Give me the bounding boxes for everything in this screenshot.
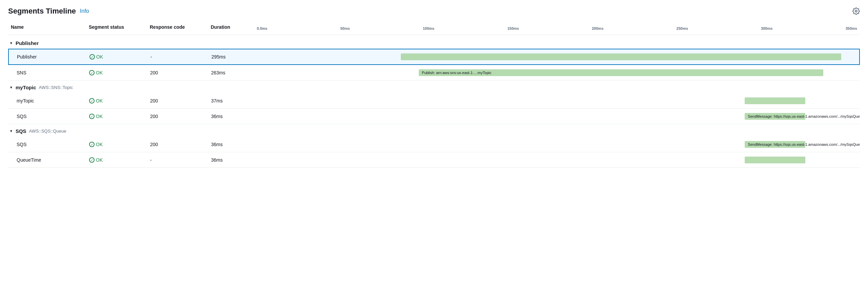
row-name: SQS — [8, 139, 86, 150]
timeline-bar — [745, 113, 805, 120]
timeline-scale: 0.0ms 50ms 100ms 150ms 200ms 250ms 300ms… — [255, 22, 860, 32]
ok-circle-icon: ✓ — [89, 157, 95, 163]
ok-circle-icon: ✓ — [89, 70, 95, 75]
ok-circle-icon: ✓ — [89, 54, 95, 60]
row-response-code: 200 — [147, 67, 208, 78]
table-row[interactable]: myTopic ✓ OK 20037ms — [8, 93, 860, 109]
timeline-bar-cell — [256, 93, 860, 108]
scale-mark-5: 250ms — [677, 26, 688, 30]
row-status: ✓ OK — [86, 155, 147, 165]
scale-mark-0: 0.0ms — [257, 26, 267, 30]
timeline-bar-cell — [256, 153, 860, 167]
chevron-icon: ▼ — [9, 129, 13, 133]
ok-circle-icon: ✓ — [89, 98, 95, 104]
status-label: OK — [96, 98, 103, 104]
col-name: Name — [8, 22, 86, 32]
status-label: OK — [96, 142, 103, 147]
status-label: OK — [96, 157, 103, 163]
timeline-header: Name Segment status Response code Durati… — [8, 22, 860, 35]
page-title: Segments Timeline — [8, 7, 76, 16]
row-name: SQS — [8, 111, 86, 122]
table-row[interactable]: SNS ✓ OK 200263msPublish: arn:aws:sns:us… — [8, 65, 860, 80]
chevron-icon: ▼ — [9, 41, 13, 45]
row-duration: 263ms — [208, 67, 256, 78]
row-response-code: 200 — [147, 95, 208, 106]
timeline-bar — [419, 69, 823, 76]
scale-mark-6: 300ms — [761, 26, 772, 30]
timeline-bar — [745, 157, 805, 163]
scale-mark-1: 50ms — [340, 26, 350, 30]
timeline-container: Name Segment status Response code Durati… — [8, 22, 860, 168]
section-name: SQS — [16, 128, 26, 134]
row-name: SNS — [8, 67, 86, 78]
row-duration: 36ms — [208, 155, 256, 165]
timeline-bar-cell: Publish: arn:aws:sns:us-east-1:...:myTop… — [256, 65, 860, 80]
table-row[interactable]: Publisher ✓ OK -295ms — [8, 49, 860, 65]
row-response-code: 200 — [147, 139, 208, 150]
section-type: AWS::SNS::Topic — [39, 85, 73, 90]
scale-marks: 0.0ms 50ms 100ms 150ms 200ms 250ms 300ms… — [257, 26, 857, 30]
chevron-icon: ▼ — [9, 86, 13, 89]
row-duration: 37ms — [208, 95, 256, 106]
timeline-bar-cell — [256, 49, 859, 64]
svg-point-0 — [855, 10, 857, 12]
ok-circle-icon: ✓ — [89, 114, 95, 119]
timeline-bar — [401, 53, 841, 60]
row-status: ✓ OK — [86, 111, 147, 122]
row-duration: 295ms — [209, 51, 256, 62]
table-row[interactable]: SQS ✓ OK 20036msSendMessage: https://sqs… — [8, 109, 860, 124]
row-response-code: 200 — [147, 111, 208, 122]
timeline-bar-cell: SendMessage: https://sqs.us-east-1.amazo… — [256, 137, 860, 152]
table-row[interactable]: QueueTime ✓ OK -36ms — [8, 152, 860, 168]
row-status: ✓ OK — [87, 51, 148, 62]
ok-circle-icon: ✓ — [89, 142, 95, 147]
row-name: myTopic — [8, 95, 86, 106]
section-header-sqs-section[interactable]: ▼ SQS AWS::SQS::Queue — [8, 124, 860, 137]
section-type: AWS::SQS::Queue — [29, 129, 66, 134]
row-status: ✓ OK — [86, 139, 147, 150]
scale-mark-3: 150ms — [507, 26, 519, 30]
section-header-publisher-section[interactable]: ▼ Publisher — [8, 36, 860, 49]
sections-container: ▼ Publisher Publisher ✓ OK -295msSNS ✓ O… — [8, 36, 860, 168]
table-row[interactable]: SQS ✓ OK 20036msSendMessage: https://sqs… — [8, 137, 860, 152]
info-link[interactable]: Info — [80, 8, 89, 14]
timeline-bar — [745, 141, 805, 148]
status-label: OK — [96, 114, 103, 119]
row-name: Publisher — [9, 51, 87, 62]
timeline-bar-cell: SendMessage: https://sqs.us-east-1.amazo… — [256, 109, 860, 124]
col-response-code: Response code — [147, 22, 208, 32]
section-name: myTopic — [16, 85, 36, 90]
status-label: OK — [96, 54, 103, 60]
section-name: Publisher — [16, 40, 39, 46]
gear-icon[interactable] — [852, 7, 860, 15]
row-response-code: - — [148, 51, 209, 62]
row-duration: 36ms — [208, 111, 256, 122]
row-status: ✓ OK — [86, 67, 147, 78]
scale-mark-4: 200ms — [592, 26, 603, 30]
scale-mark-2: 100ms — [423, 26, 434, 30]
col-duration: Duration — [208, 22, 255, 32]
status-label: OK — [96, 70, 103, 75]
row-response-code: - — [147, 155, 208, 165]
row-name: QueueTime — [8, 155, 86, 165]
row-duration: 36ms — [208, 139, 256, 150]
section-header-mytopic-section[interactable]: ▼ myTopic AWS::SNS::Topic — [8, 80, 860, 93]
row-status: ✓ OK — [86, 95, 147, 106]
timeline-bar — [745, 97, 805, 104]
col-segment-status: Segment status — [86, 22, 147, 32]
scale-mark-7: 350ms — [846, 26, 857, 30]
